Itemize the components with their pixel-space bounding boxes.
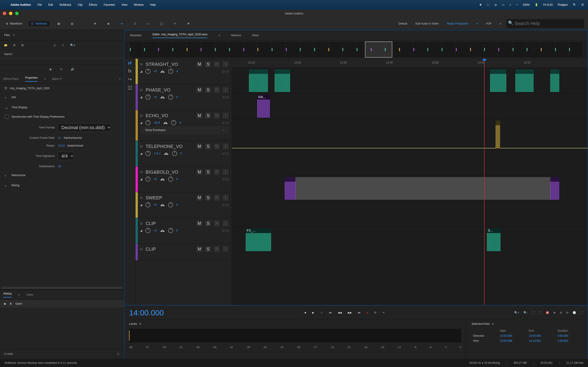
zoom-in-point-icon[interactable]: 🎯 bbox=[546, 311, 549, 314]
loop-playback-icon[interactable]: ↻ bbox=[374, 311, 376, 314]
monitor-input-button[interactable]: I bbox=[222, 169, 229, 175]
solo-button[interactable]: S bbox=[205, 194, 212, 201]
audio-clip[interactable] bbox=[550, 177, 560, 200]
tab-properties[interactable]: Properties bbox=[25, 76, 38, 82]
new-file-icon[interactable]: ⊞ bbox=[21, 44, 24, 47]
frame-rate-value[interactable]: 12 bbox=[58, 136, 61, 140]
track-grip-icon[interactable]: ⊪ bbox=[140, 114, 143, 118]
mute-button[interactable]: M bbox=[196, 169, 203, 175]
track-grip-icon[interactable]: ⊪ bbox=[140, 88, 143, 92]
files-name-column[interactable]: Name bbox=[0, 50, 124, 58]
track-header[interactable]: ⊪ CLIP M S R I ◢ +0 ◢|◣ 0 ((·)) bbox=[136, 218, 232, 244]
volume-knob[interactable] bbox=[145, 151, 150, 156]
workspace-edit[interactable]: Edit Audio to Video bbox=[415, 22, 439, 25]
minimize-window-icon[interactable] bbox=[9, 12, 12, 15]
dropbox-icon[interactable]: ⬚ bbox=[487, 3, 489, 6]
show-envelopes[interactable]: Show Envelopes› bbox=[140, 125, 229, 134]
arm-record-button[interactable]: R bbox=[213, 61, 220, 68]
monitor-input-button[interactable]: I bbox=[222, 86, 229, 93]
playhead[interactable] bbox=[484, 59, 485, 305]
cc-icon[interactable]: ◎ bbox=[494, 3, 497, 6]
time-sig-select[interactable]: 4/4 bbox=[58, 152, 74, 160]
lasso-tool-icon[interactable]: ◯ bbox=[157, 19, 166, 28]
menu-effects[interactable]: Effects bbox=[89, 3, 97, 6]
files-list[interactable] bbox=[0, 58, 124, 65]
fx-icon[interactable]: fx bbox=[128, 68, 132, 74]
timecode[interactable]: 14:00.000 bbox=[129, 308, 175, 317]
zoom-clock-icon[interactable]: 🕐 bbox=[573, 311, 576, 314]
info-section[interactable]: Info bbox=[0, 92, 124, 102]
mute-button[interactable]: M bbox=[196, 220, 203, 227]
pan-knob[interactable] bbox=[168, 177, 173, 182]
solo-button[interactable]: S bbox=[205, 246, 212, 252]
preview-loop-icon[interactable]: ↻ bbox=[60, 68, 62, 71]
pan-knob[interactable] bbox=[171, 120, 176, 125]
time-ruler[interactable]: 13:1013:2013:3013:4013:5014:0014:10 bbox=[232, 59, 588, 68]
track-name[interactable]: TELEPHONE_VO bbox=[146, 144, 183, 149]
menu-edit[interactable]: Edit bbox=[48, 3, 53, 6]
tab-history[interactable]: History bbox=[3, 292, 12, 298]
track-header[interactable]: ⊪ BIG&BOLD_VO M S R I ◢ +0 ◢|◣ 0 ((·)) bbox=[136, 167, 232, 192]
track-header[interactable]: ⊪ CLIP M S R I bbox=[136, 244, 232, 261]
volume-knob[interactable] bbox=[145, 228, 150, 233]
track-name[interactable]: STRAIGHT_VO bbox=[146, 62, 178, 67]
mute-button[interactable]: M bbox=[196, 112, 203, 119]
mute-button[interactable]: M bbox=[196, 246, 203, 252]
clip-lane[interactable] bbox=[232, 201, 588, 227]
clip-lane[interactable] bbox=[232, 176, 588, 201]
menu-multitrack[interactable]: Multitrack bbox=[60, 3, 71, 6]
mute-button[interactable]: M bbox=[196, 194, 203, 201]
track-name[interactable]: CLIP bbox=[146, 247, 156, 252]
mute-button[interactable]: M bbox=[196, 86, 203, 93]
rewind-icon[interactable]: ◀◀ bbox=[338, 311, 342, 314]
zoom-reset-amp-icon[interactable]: ⟳ bbox=[566, 311, 569, 314]
audio-clip[interactable] bbox=[550, 69, 560, 92]
zoom-all-tracks-icon[interactable]: ⛶ bbox=[580, 311, 583, 314]
menu-view[interactable]: View bbox=[121, 3, 128, 6]
volume-knob[interactable] bbox=[145, 202, 150, 207]
monitor-input-button[interactable]: I bbox=[222, 112, 229, 119]
stereo-io-icon[interactable]: ((·)) bbox=[222, 152, 229, 155]
time-select-tool-icon[interactable]: Ꮖ bbox=[131, 19, 139, 28]
clip-lane[interactable] bbox=[232, 253, 588, 270]
delete-icon[interactable]: 🗑 bbox=[62, 44, 65, 47]
solo-button[interactable]: S bbox=[205, 112, 212, 119]
arm-record-button[interactable]: R bbox=[213, 169, 220, 175]
multitrack-mode-button[interactable]: ☲ Multitrack bbox=[29, 21, 49, 26]
stereo-io-icon[interactable]: ((·)) bbox=[222, 70, 229, 73]
display-icon[interactable]: ▭ bbox=[502, 3, 504, 6]
track-grip-icon[interactable]: ⊪ bbox=[140, 247, 143, 251]
monitor-input-button[interactable]: I bbox=[222, 220, 229, 227]
audio-clip[interactable]: S... bbox=[487, 228, 501, 251]
history-menu-icon[interactable]: ≡ bbox=[18, 293, 20, 296]
mixing-section[interactable]: Mixing bbox=[0, 180, 124, 190]
stereo-io-icon[interactable]: ((·)) bbox=[222, 203, 229, 206]
trash-icon[interactable]: 🗑 bbox=[117, 352, 120, 356]
pan-knob[interactable] bbox=[168, 94, 173, 100]
insert-clip-icon[interactable]: ◧ bbox=[54, 44, 56, 47]
clip-lane[interactable] bbox=[232, 68, 588, 94]
tab-markers[interactable]: Markers bbox=[231, 34, 241, 37]
stereo-io-icon[interactable]: ((·)) bbox=[222, 95, 229, 99]
battery-icon[interactable]: 🔋 bbox=[535, 3, 538, 6]
waveform-mode-button[interactable]: ⧉ Waveform bbox=[4, 21, 25, 26]
selview-menu-icon[interactable]: ≡ bbox=[492, 322, 493, 325]
track-header[interactable]: ⊪ PHASE_VO M S R I ◢ +0 ◢|◣ 0 ((·)) bbox=[136, 84, 232, 110]
send-icon[interactable]: ↪ bbox=[128, 76, 132, 82]
zoom-full-icon[interactable]: ⛶ bbox=[532, 311, 535, 314]
zoom-in-time-icon[interactable]: 🔍+ bbox=[514, 311, 519, 314]
loop-icon[interactable]: ⇄ bbox=[128, 60, 132, 66]
brush-tool-icon[interactable]: ✎ bbox=[171, 19, 179, 28]
sync-icon[interactable]: ❖ bbox=[479, 3, 482, 6]
tab-batch[interactable]: Batch P bbox=[52, 77, 62, 81]
time-format-select[interactable]: Decimal (mm:ss.ddd) bbox=[58, 123, 111, 132]
app-name[interactable]: Adobe Audition bbox=[10, 3, 31, 6]
volume-value[interactable]: +0 bbox=[154, 95, 157, 99]
pan-value[interactable]: 0 bbox=[180, 152, 182, 155]
razor-tool-icon[interactable]: ◆ bbox=[104, 19, 112, 28]
track-header[interactable]: ⊪ STRAIGHT_VO M S R I ◢ +0 ◢|◣ 0 ((·)) bbox=[136, 59, 232, 84]
audio-clip[interactable] bbox=[515, 69, 534, 92]
forward-icon[interactable]: ▶▶ bbox=[348, 311, 352, 314]
pan-value[interactable]: 0 bbox=[176, 177, 178, 181]
clips-area[interactable]: Rik...FX_...S... bbox=[232, 68, 588, 270]
